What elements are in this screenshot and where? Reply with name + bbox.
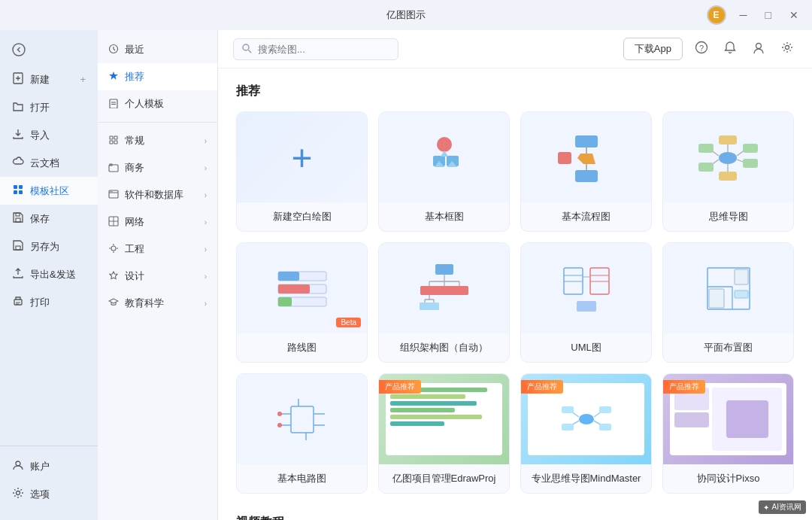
mid-nav-design[interactable]: 设计 › [98,263,217,290]
mid-nav-network[interactable]: 网络 › [98,208,217,236]
settings-icon[interactable] [777,38,797,60]
svg-point-25 [110,190,111,191]
template-label-new-blank: 新建空白绘图 [237,202,367,231]
plus-icon[interactable]: + [80,74,86,85]
sidebar-item-new[interactable]: 新建 + [0,65,98,93]
user-avatar[interactable]: E [707,5,726,25]
template-card-new-blank[interactable]: + 新建空白绘图 [236,111,368,232]
saveas-icon [12,239,24,254]
sidebar-item-open[interactable]: 打开 [0,93,98,121]
svg-rect-19 [110,141,113,144]
template-card-basic-frame[interactable]: 基本框图 [378,111,510,232]
maximize-button[interactable]: □ [761,8,776,23]
svg-rect-43 [575,135,598,147]
design-icon [108,270,119,283]
template-label-floor: 平面布置图 [663,333,793,362]
svg-point-11 [17,491,20,495]
mid-nav-common[interactable]: 常规 › [98,127,217,154]
titlebar-controls: E ─ □ ✕ [707,5,803,25]
svg-rect-56 [698,144,714,153]
mid-nav-business[interactable]: 商务 › [98,154,217,181]
sidebar-item-label-save: 保存 [30,212,50,226]
sidebar-item-save[interactable]: 保存 [0,205,98,233]
personal-icon [108,98,119,111]
mid-nav-engineering[interactable]: 工程 › [98,236,217,263]
template-card-mindmaster[interactable]: 产品推荐 [520,373,652,494]
video-section-header: 视频教程 更多视频 > [236,515,794,520]
help-icon[interactable]: ? [692,38,711,60]
network-icon [108,216,119,229]
sidebar-item-import[interactable]: 导入 [0,121,98,149]
minimize-button[interactable]: ─ [735,8,752,23]
mid-nav-education[interactable]: 教育科学 › [98,290,217,317]
svg-marker-13 [109,71,118,80]
sidebar-back-button[interactable] [0,36,98,65]
svg-rect-113 [562,406,574,413]
template-thumbnail-circuit [237,374,367,464]
svg-rect-54 [743,159,758,168]
svg-rect-2 [14,185,17,189]
template-card-edrawproj[interactable]: 产品推荐 亿图项目管理EdrawProj [378,373,510,494]
search-box[interactable] [233,38,398,60]
svg-rect-6 [16,218,20,222]
template-label-mind: 思维导图 [663,202,793,231]
svg-text:?: ? [699,44,704,53]
template-card-uml[interactable]: UML图 [520,242,652,363]
open-icon [12,100,24,114]
sidebar-item-label-cloud: 云文档 [30,157,59,170]
template-card-roadmap[interactable]: Beta 路线图 [236,242,368,363]
template-card-mindmap[interactable]: 思维导图 [662,111,794,232]
template-label-uml: UML图 [521,333,651,362]
chevron-icon-engineering: › [205,245,207,254]
sidebar-item-template[interactable]: 模板社区 [0,177,98,205]
template-card-circuit[interactable]: 基本电路图 [236,373,368,494]
sidebar-item-saveas[interactable]: 另存为 [0,233,98,260]
template-card-floorplan[interactable]: 平面布置图 [662,242,794,363]
svg-point-35 [756,44,762,49]
svg-rect-8 [16,246,20,250]
export-icon [12,267,24,281]
chevron-icon-education: › [205,300,207,308]
search-input[interactable] [258,44,390,55]
svg-point-36 [786,46,789,50]
template-label-promo1: 亿图项目管理EdrawProj [379,464,509,493]
template-label-circuit: 基本电路图 [237,464,367,493]
close-button[interactable]: ✕ [785,8,803,23]
mid-nav-recommend[interactable]: 推荐 [98,63,217,90]
sidebar-item-options[interactable]: 选项 [0,480,98,508]
svg-rect-82 [420,303,430,310]
mid-nav-recent[interactable]: 最近 [98,36,217,63]
template-card-orgchart[interactable]: 组织架构图（自动） [378,242,510,363]
svg-point-50 [719,152,737,164]
template-label-flow: 基本流程图 [521,202,651,231]
sidebar-item-export[interactable]: 导出&发送 [0,260,98,288]
svg-rect-58 [698,163,714,172]
chevron-icon-network: › [205,218,207,227]
sidebar-item-account[interactable]: 账户 [0,452,98,480]
svg-point-37 [437,137,452,152]
svg-rect-69 [435,264,453,275]
svg-rect-18 [114,136,117,139]
template-card-pixso[interactable]: 产品推荐 协同设计Pixso [662,373,794,494]
download-app-button[interactable]: 下载App [623,38,683,60]
sidebar-item-cloud[interactable]: 云文档 [0,149,98,177]
mid-nav-label-common: 常规 [125,134,144,147]
notification-icon[interactable] [720,38,740,60]
plus-large-icon: + [291,137,312,178]
svg-rect-20 [114,141,117,144]
template-card-basic-flow[interactable]: 基本流程图 [520,111,652,232]
template-thumbnail-mind [663,112,793,202]
user-icon[interactable] [749,38,768,60]
template-grid: + 新建空白绘图 [236,111,794,494]
new-icon [12,72,24,87]
content-scroll: 推荐 + 新建空白绘图 [218,68,812,520]
svg-rect-96 [709,289,724,308]
watermark: ✦ AI资讯网 [759,500,806,514]
svg-rect-111 [599,424,611,430]
mid-nav-personal[interactable]: 个人模板 [98,90,217,117]
mid-nav-software[interactable]: 软件和数据库 › [98,181,217,208]
sidebar-item-label-open: 打开 [30,101,50,114]
template-thumbnail-frame [379,112,509,202]
sidebar-item-label-export: 导出&发送 [30,268,76,281]
sidebar-item-print[interactable]: 打印 [0,288,98,316]
